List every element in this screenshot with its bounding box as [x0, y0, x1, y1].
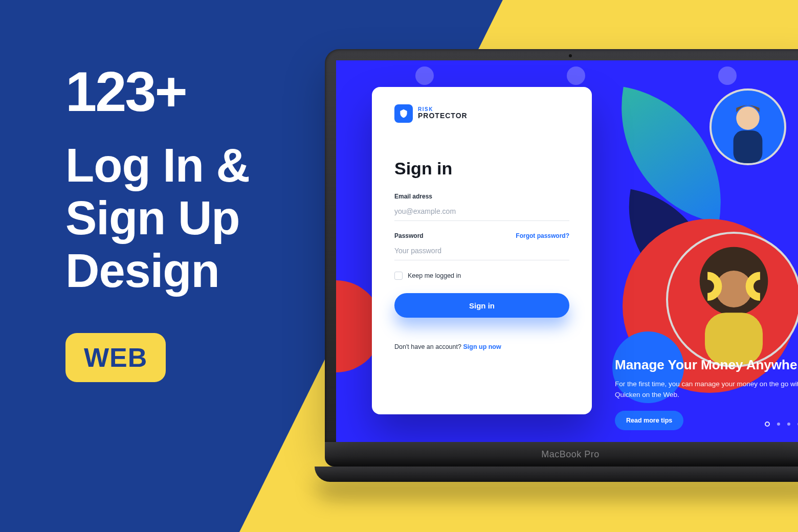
laptop-screen: RISK PROTECTOR Sign in Email adress: [336, 60, 798, 442]
forgot-password-link[interactable]: Forgot password?: [516, 232, 569, 239]
pager-dot-1[interactable]: [765, 422, 770, 427]
email-input[interactable]: [394, 204, 569, 221]
svg-point-1: [736, 106, 759, 129]
promo-canvas: 123+ Log In & Sign Up Design WEB: [0, 0, 798, 532]
email-field-group: Email adress: [394, 193, 569, 221]
avatar-1: [710, 88, 786, 165]
brand-bottom: PROTECTOR: [418, 112, 468, 120]
laptop-hinge: MacBook Pro: [325, 442, 798, 467]
hero-panel: Manage Your Money Anywhere For the first…: [592, 60, 798, 442]
signin-button[interactable]: Sign in: [394, 293, 569, 318]
laptop-mockup: RISK PROTECTOR Sign in Email adress: [325, 49, 798, 482]
password-input[interactable]: [394, 243, 569, 260]
carousel-pager[interactable]: [765, 422, 798, 427]
keep-logged-in-label: Keep me logged in: [408, 272, 461, 279]
signup-line: Don't have an account? Sign up now: [394, 343, 569, 350]
read-more-button[interactable]: Read more tips: [615, 411, 683, 430]
keep-logged-in[interactable]: Keep me logged in: [394, 272, 569, 280]
pager-dot-2[interactable]: [777, 423, 780, 426]
brand: RISK PROTECTOR: [394, 104, 569, 123]
signin-card: RISK PROTECTOR Sign in Email adress: [372, 87, 592, 414]
promo-count: 123+: [65, 59, 250, 124]
pager-dot-3[interactable]: [787, 423, 790, 426]
promo-line-3: Design: [65, 245, 250, 297]
hero-body: For the first time, you can manage your …: [615, 379, 798, 401]
keep-logged-in-checkbox[interactable]: [394, 272, 403, 280]
avatar-2: [666, 232, 798, 367]
brand-mark-icon: [394, 104, 413, 123]
laptop-base: [315, 467, 798, 482]
promo-line-2: Sign Up: [65, 192, 250, 245]
brand-text: RISK PROTECTOR: [418, 107, 468, 120]
signup-link[interactable]: Sign up now: [463, 343, 501, 350]
signup-text: Don't have an account?: [394, 343, 463, 350]
promo-headline: Log In & Sign Up Design: [65, 139, 250, 297]
email-label: Email adress: [394, 193, 432, 200]
promo-line-1: Log In &: [65, 139, 250, 192]
hero-text: Manage Your Money Anywhere For the first…: [615, 357, 798, 430]
signin-title: Sign in: [394, 159, 569, 179]
password-field-group: Password Forgot password?: [394, 232, 569, 260]
svg-rect-2: [734, 130, 763, 163]
password-label: Password: [394, 232, 424, 239]
hero-title: Manage Your Money Anywhere: [615, 357, 798, 373]
platform-badge: WEB: [65, 333, 166, 382]
laptop-bezel: RISK PROTECTOR Sign in Email adress: [325, 49, 798, 442]
promo-text-block: 123+ Log In & Sign Up Design WEB: [65, 59, 250, 382]
